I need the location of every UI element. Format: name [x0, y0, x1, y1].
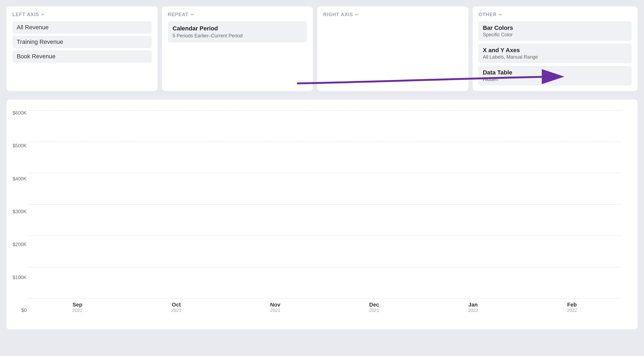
other-item-bar-colors-title: Bar Colors — [483, 24, 627, 31]
left-axis-item-all-revenue[interactable]: All Revenue — [12, 21, 152, 34]
other-header: OTHER ✏ — [479, 12, 632, 17]
other-edit-icon[interactable]: ✏ — [499, 12, 502, 17]
x-label-sep: Sep2021 — [28, 302, 127, 313]
x-year-jan: 2022 — [424, 308, 523, 313]
other-item-data-table[interactable]: Data Table Hidden — [479, 66, 632, 86]
left-axis-title: LEFT AXIS — [12, 12, 39, 17]
x-axis: Sep2021Oct2021Nov2021Dec2021Jan2022Feb20… — [28, 302, 621, 313]
x-year-feb: 2022 — [522, 308, 621, 313]
y-axis: $0 $100K $200K $300K $400K $500K $600K — [8, 110, 27, 313]
left-axis-edit-icon[interactable]: ✏ — [41, 12, 45, 17]
y-label-1: $100K — [8, 275, 27, 280]
other-item-xy-axes-sub: All Labels, Manual Range — [483, 54, 627, 60]
right-axis-edit-icon[interactable]: ✏ — [355, 12, 359, 17]
repeat-primary: Calendar Period — [173, 25, 302, 32]
repeat-item[interactable]: Calendar Period 5 Periods Earlier–Curren… — [168, 21, 307, 42]
right-axis-header: RIGHT AXIS ✏ — [323, 12, 462, 17]
repeat-edit-icon[interactable]: ✏ — [191, 12, 194, 17]
x-month-sep: Sep — [28, 302, 127, 308]
chart-area — [28, 110, 621, 298]
x-label-dec: Dec2021 — [325, 302, 424, 313]
top-panels: LEFT AXIS ✏ All Revenue Training Revenue… — [6, 6, 638, 91]
right-axis-panel: RIGHT AXIS ✏ — [317, 6, 468, 91]
repeat-header: REPEAT ✏ — [168, 12, 307, 17]
left-axis-item-book-revenue[interactable]: Book Revenue — [12, 50, 152, 63]
repeat-secondary: 5 Periods Earlier–Current Period — [173, 33, 302, 39]
y-label-0: $0 — [8, 308, 27, 313]
left-axis-item-training-revenue[interactable]: Training Revenue — [12, 36, 152, 48]
other-item-xy-axes-title: X and Y Axes — [483, 47, 627, 54]
x-year-sep: 2021 — [28, 308, 127, 313]
x-label-feb: Feb2022 — [522, 302, 621, 313]
right-axis-title: RIGHT AXIS — [323, 12, 353, 17]
other-item-bar-colors[interactable]: Bar Colors Specific Color — [479, 21, 632, 41]
x-year-dec: 2021 — [325, 308, 424, 313]
x-month-jan: Jan — [424, 302, 523, 308]
x-year-oct: 2021 — [127, 308, 226, 313]
x-year-nov: 2021 — [226, 308, 325, 313]
repeat-title: REPEAT — [168, 12, 189, 17]
other-title: OTHER — [479, 12, 497, 17]
x-month-dec: Dec — [325, 302, 424, 308]
bars-container — [28, 110, 621, 298]
y-label-2: $200K — [8, 242, 27, 247]
other-item-xy-axes[interactable]: X and Y Axes All Labels, Manual Range — [479, 44, 632, 63]
repeat-panel: REPEAT ✏ Calendar Period 5 Periods Earli… — [162, 6, 313, 91]
y-label-3: $300K — [8, 209, 27, 215]
chart-wrapper: $0 $100K $200K $300K $400K $500K $600K — [6, 99, 638, 329]
other-item-data-table-title: Data Table — [483, 69, 627, 76]
x-label-oct: Oct2021 — [127, 302, 226, 313]
other-panel: OTHER ✏ Bar Colors Specific Color X and … — [473, 6, 638, 91]
x-label-nov: Nov2021 — [226, 302, 325, 313]
x-month-oct: Oct — [127, 302, 226, 308]
x-label-jan: Jan2022 — [424, 302, 523, 313]
y-label-5: $500K — [8, 143, 27, 149]
left-axis-panel: LEFT AXIS ✏ All Revenue Training Revenue… — [6, 6, 158, 91]
other-item-bar-colors-sub: Specific Color — [483, 32, 627, 38]
x-month-feb: Feb — [522, 302, 621, 308]
other-item-data-table-sub: Hidden — [483, 77, 627, 82]
left-axis-header: LEFT AXIS ✏ — [12, 12, 152, 17]
y-label-4: $400K — [8, 176, 27, 182]
x-month-nov: Nov — [226, 302, 325, 308]
y-label-6: $600K — [8, 110, 27, 116]
